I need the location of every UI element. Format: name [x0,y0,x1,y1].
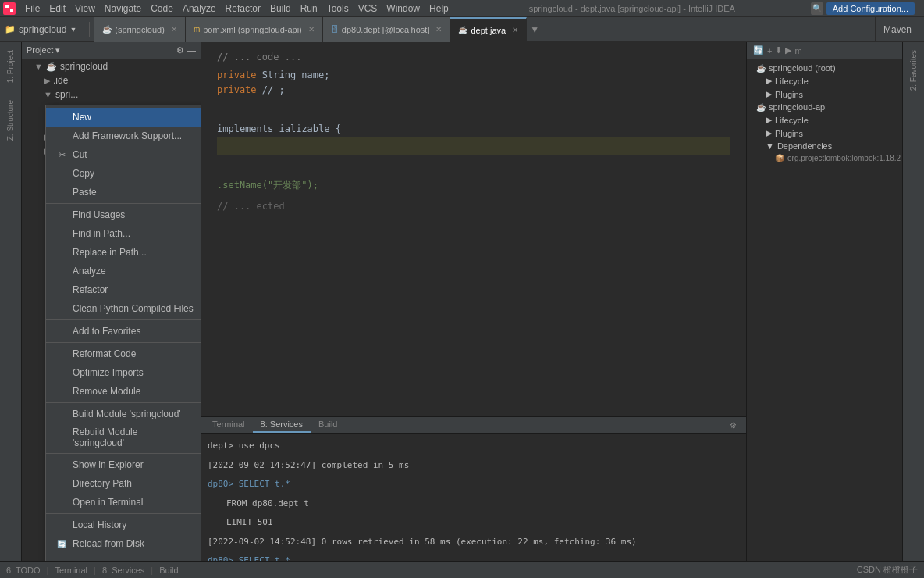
tab-close-springcloud[interactable]: ✕ [171,25,177,34]
ctx-find-usages[interactable]: Find Usages Alt+F7 [46,205,201,224]
console-line-2: [2022-09-02 14:52:47] completed in 5 ms [201,456,746,476]
svg-rect-2 [10,9,13,12]
project-minimize-icon[interactable]: — [187,45,196,55]
tree-ide[interactable]: ▶ .ide [22,73,201,87]
project-header: Project ▾ ⚙ — [22,42,201,59]
menu-file[interactable]: File [20,2,44,16]
build-status[interactable]: Build [159,566,178,575]
maven-springcloud-root[interactable]: ☕ springcloud (root) [747,62,902,74]
ctx-replace-in-path[interactable]: Replace in Path... Ctrl+Shift+R [46,243,201,262]
tab-terminal[interactable]: Terminal [204,417,253,433]
ctx-build-module[interactable]: Build Module 'springcloud' [46,405,201,423]
maven-lombok[interactable]: 📦 org.projectlombok:lombok:1.18.2 [747,152,902,164]
maven-panel: 🔄 + ⬇ ▶ m ☕ springcloud (root) ▶ Lifecyc… [746,42,902,561]
menu-tools[interactable]: Tools [322,2,354,16]
app-logo [3,2,16,15]
svg-rect-1 [5,5,9,8]
ctx-refactor[interactable]: Refactor ▶ [46,280,201,299]
clean-python-icon [55,302,68,315]
tree-springcloud[interactable]: ▼ ☕ springcloud [22,59,201,73]
menu-refactor[interactable]: Refactor [221,2,265,16]
ctx-analyze[interactable]: Analyze ▶ [46,262,201,280]
maven-sync-icon[interactable]: 🔄 [753,45,764,55]
copy-icon [55,167,68,180]
search-button[interactable]: 🔍 [811,2,823,15]
ctx-remove-module[interactable]: Remove Module Delete [46,382,201,401]
add-configuration-button[interactable]: Add Configuration... [826,2,915,15]
ctx-paste[interactable]: Paste Ctrl+V [46,183,201,202]
menu-analyze[interactable]: Analyze [178,2,221,16]
menu-run[interactable]: Run [296,2,322,16]
maven-skip-icon[interactable]: m [794,46,801,55]
maven-run-icon[interactable]: ▶ [785,45,791,55]
status-right: CSDN 橙橙橙子 [857,564,918,576]
ctx-compare-with[interactable]: Compare With... Ctrl+D [46,557,201,561]
menu-navigate[interactable]: Navigate [100,2,146,16]
ctx-reload-from-disk[interactable]: 🔄 Reload from Disk [46,534,201,553]
tree-spri[interactable]: ▼ spri... [22,87,201,102]
tab-services[interactable]: 8: Services [253,417,311,433]
ctx-sep1 [46,203,201,204]
ctx-cut[interactable]: ✂ Cut Ctrl+X [46,145,201,164]
favorites-icon [55,325,68,337]
tab-pomxml[interactable]: m pom.xml (springcloud-api) ✕ [186,17,323,42]
code-line-3: private // ; [217,83,730,98]
terminal-icon [55,496,68,508]
refactor-icon [55,284,68,296]
tab-springcloud[interactable]: ☕ (springcloud) ✕ [94,17,186,42]
ctx-reformat[interactable]: Reformat Code Ctrl+Alt+L [46,344,201,363]
favorites-side-icon[interactable]: 2: Favorites [908,45,919,95]
tab-close-dp80[interactable]: ✕ [435,25,442,34]
maven-add-icon[interactable]: + [767,46,772,55]
terminal-status[interactable]: Terminal [55,566,87,575]
tab-close-dept[interactable]: ✕ [512,26,518,34]
svg-rect-4 [10,5,13,8]
ctx-clean-python[interactable]: Clean Python Compiled Files [46,299,201,318]
ctx-sep3 [46,342,201,343]
ctx-sep7 [46,555,201,555]
todo-button[interactable]: 6: TODO [6,566,41,575]
menu-view[interactable]: View [70,2,100,16]
ctx-local-history[interactable]: Local History ▶ [46,516,201,534]
maven-springcloud-api[interactable]: ☕ springcloud-api [747,101,902,113]
ctx-directory-path[interactable]: Directory Path Ctrl+Alt+F12 [46,474,201,493]
maven-lifecycle-2[interactable]: ▶ Lifecycle [747,113,902,127]
paste-icon [55,186,68,198]
ctx-new[interactable]: New ▶ 📦 Module... 📄 File 📝 Scratch File [46,108,201,127]
tab-dp80dept[interactable]: 🗄 dp80.dept [@localhost] ✕ [323,17,451,42]
menu-vcs[interactable]: VCS [354,2,382,16]
ctx-open-terminal[interactable]: Open in Terminal [46,493,201,512]
tab-build[interactable]: Build [311,417,345,433]
console-line-1: dept> use dpcs [201,437,746,456]
ctx-add-to-favorites[interactable]: Add to Favorites ▶ [46,322,201,341]
maven-lifecycle-1[interactable]: ▶ Lifecycle [747,74,902,87]
ctx-find-in-path[interactable]: Find in Path... Ctrl+Shift+F [46,224,201,243]
ctx-show-in-explorer[interactable]: Show in Explorer [46,455,201,474]
tab-dropdown[interactable]: ▼ [530,24,539,35]
new-icon [55,111,68,123]
project-panel-toggle[interactable]: 1: Project [5,45,16,87]
project-selector[interactable]: 📁 springcloud ▼ [5,24,76,35]
menu-help[interactable]: Help [425,2,453,16]
maven-download-icon[interactable]: ⬇ [775,45,782,55]
ctx-copy[interactable]: Copy [46,164,201,183]
find-usages-icon [55,209,68,221]
project-dropdown-icon[interactable]: ▼ [69,26,76,34]
menu-edit[interactable]: Edit [44,2,70,16]
ctx-optimize-imports[interactable]: Optimize Imports Ctrl+Alt+O [46,363,201,382]
maven-plugins-2[interactable]: ▶ Plugins [747,127,902,140]
project-settings-icon[interactable]: ⚙ [176,45,184,55]
maven-dependencies[interactable]: ▼ Dependencies [747,140,902,152]
console-settings[interactable]: ⚙ [730,421,737,430]
tab-deptjava[interactable]: ☕ dept.java ✕ [450,17,527,42]
ctx-add-framework[interactable]: Add Framework Support... [46,127,201,145]
ctx-rebuild-module[interactable]: Rebuild Module 'springcloud' Ctrl+Shift+… [46,423,201,451]
menu-window[interactable]: Window [382,2,425,16]
tab-close-pom[interactable]: ✕ [308,25,315,34]
maven-plugins-1[interactable]: ▶ Plugins [747,87,902,101]
menu-code[interactable]: Code [146,2,178,16]
structure-panel-toggle[interactable]: Z: Structure [5,95,16,145]
maven-panel-header: Maven [875,17,919,41]
menu-build[interactable]: Build [265,2,296,16]
services-status[interactable]: 8: Services [102,566,144,575]
